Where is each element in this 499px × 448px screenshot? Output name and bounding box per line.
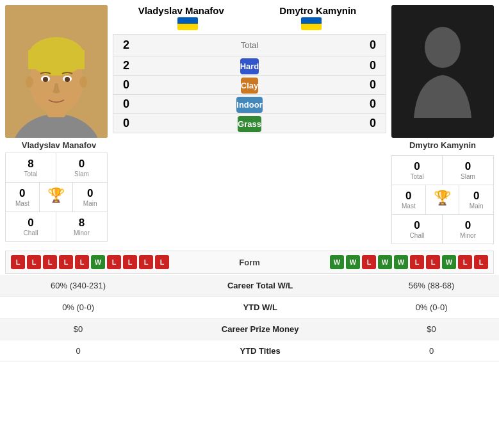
sl-minor: 8 Minor	[56, 212, 107, 241]
titles-right: 0	[364, 340, 499, 362]
form-badge-right-5: L	[410, 255, 424, 269]
total-left-val: 2	[120, 38, 133, 52]
sr-chall-val: 0	[395, 219, 439, 232]
right-player-name-center: Dmytro Kamynin	[250, 5, 387, 16]
sl-row3: 0 Chall 8 Minor	[6, 212, 107, 241]
hard-row: 2 Hard 0	[113, 56, 386, 76]
svg-point-12	[425, 27, 461, 68]
main-layout: Vladyslav Manafov 8 Total 0 Slam 0	[0, 0, 499, 249]
player-right-photo	[391, 5, 494, 138]
grass-row: 0 Grass 0	[113, 114, 386, 133]
flag-right	[301, 17, 322, 30]
page-wrapper: Vladyslav Manafov 8 Total 0 Slam 0	[0, 0, 499, 362]
form-badge-right-3: W	[378, 255, 392, 269]
sl-main: 0 Main	[73, 183, 107, 212]
ytd-wl-row: 0% (0-0) YTD W/L 0% (0-0)	[0, 297, 499, 319]
sl-minor-val: 8	[59, 217, 104, 229]
sr-slam-val: 0	[445, 160, 491, 173]
sl-trophy-cell: 🏆	[40, 183, 74, 212]
grass-right-val: 0	[366, 117, 379, 130]
sl-main-lbl: Main	[74, 200, 106, 207]
sl-total-lbl: Total	[8, 170, 53, 178]
sr-total-val: 0	[395, 160, 439, 173]
form-badge-right-2: L	[362, 255, 376, 269]
hard-right-val: 0	[366, 59, 379, 72]
sl-slam-lbl: Slam	[59, 170, 104, 178]
ytd-wl-right: 0% (0-0)	[364, 297, 499, 319]
sr-main-lbl: Main	[461, 203, 492, 210]
svg-point-8	[43, 77, 48, 82]
ytd-wl-left: 0% (0-0)	[0, 297, 156, 319]
sr-minor-val: 0	[445, 219, 491, 232]
career-wl-left: 60% (340-231)	[0, 275, 156, 297]
form-badge-right-6: L	[426, 255, 440, 269]
sr-row1: 0 Total 0 Slam	[392, 156, 493, 185]
player-left-face-svg	[5, 5, 108, 138]
form-badge-left-2: L	[43, 255, 57, 269]
sl-mast-lbl: Mast	[7, 200, 38, 207]
grass-left-val: 0	[120, 117, 133, 130]
titles-label: YTD Titles	[156, 340, 364, 362]
total-right-val: 0	[366, 38, 379, 52]
sr-total-lbl: Total	[395, 173, 439, 180]
hard-btn-wrap: Hard	[133, 60, 366, 72]
sr-chall: 0 Chall	[392, 215, 443, 244]
form-badge-left-0: L	[11, 255, 25, 269]
svg-point-11	[79, 76, 87, 88]
sr-slam: 0 Slam	[443, 156, 493, 185]
form-badges-right: W W L W W L L W L L	[330, 255, 488, 269]
sl-main-val: 0	[74, 187, 106, 200]
form-label: Form	[233, 258, 266, 267]
player-left-photo	[5, 5, 108, 138]
sr-trophy-cell: 🏆	[426, 185, 460, 214]
clay-btn: Clay	[241, 78, 258, 94]
grass-btn-wrap: Grass	[133, 118, 366, 129]
sr-mast-lbl: Mast	[393, 203, 424, 210]
sl-total: 8 Total	[6, 153, 56, 182]
player-right-column: Dmytro Kamynin 0 Total 0 Slam	[386, 5, 494, 244]
form-badges-left: L L L L L W L L L L	[11, 255, 169, 269]
sr-row2: 0 Mast 🏆 0 Main	[392, 185, 493, 215]
center-data-column: Vladyslav Manafov Dmytro Kamynin 825 Ran…	[113, 5, 386, 244]
player-left-column: Vladyslav Manafov 8 Total 0 Slam 0	[5, 5, 113, 244]
indoor-btn-wrap: Indoor	[133, 99, 366, 110]
sr-minor-lbl: Minor	[445, 232, 491, 239]
career-wl-right: 56% (88-68)	[364, 275, 499, 297]
clay-btn-wrap: Clay	[133, 79, 366, 91]
form-badge-left-7: L	[123, 255, 137, 269]
sr-total: 0 Total	[392, 156, 443, 185]
sl-chall-val: 0	[8, 217, 53, 229]
titles-row: 0 YTD Titles 0	[0, 340, 499, 362]
hard-left-val: 2	[120, 59, 133, 72]
clay-row: 0 Clay 0	[113, 76, 386, 95]
form-badge-left-8: L	[139, 255, 153, 269]
player-right-name: Dmytro Kamynin	[391, 140, 494, 150]
svg-point-9	[65, 77, 70, 82]
form-badge-right-4: W	[394, 255, 408, 269]
sl-total-val: 8	[8, 158, 53, 170]
sl-slam: 0 Slam	[56, 153, 107, 182]
form-badge-left-4: L	[75, 255, 89, 269]
indoor-right-val: 0	[366, 97, 379, 111]
rank-surfaces-block: 825 Rank 2 Total 0	[113, 34, 386, 133]
trophy-icon-right: 🏆	[434, 190, 451, 206]
form-badge-left-1: L	[27, 255, 41, 269]
indoor-btn: Indoor	[236, 97, 262, 113]
sr-chall-lbl: Chall	[395, 232, 439, 239]
career-wl-label: Career Total W/L	[156, 275, 364, 297]
player-left-stat-panel-2: 8 Total 0 Slam 0 Mast 🏆	[5, 153, 108, 242]
ytd-wl-label: YTD W/L	[156, 297, 364, 319]
trophy-icon-left2: 🏆	[47, 187, 65, 203]
form-badge-left-6: L	[107, 255, 121, 269]
form-row: L L L L L W L L L L Form W W L W W L	[6, 251, 493, 273]
sr-row3: 0 Chall 0 Minor	[392, 215, 493, 244]
career-wl-row: 60% (340-231) Career Total W/L 56% (88-6…	[0, 275, 499, 297]
sr-main-val: 0	[461, 190, 492, 203]
sl-chall: 0 Chall	[6, 212, 56, 241]
sl-mast: 0 Mast	[6, 183, 40, 212]
prize-right: $0	[364, 319, 499, 340]
indoor-left-val: 0	[120, 97, 133, 111]
player-left-name: Vladyslav Manafov	[5, 140, 113, 150]
hard-btn: Hard	[240, 58, 259, 74]
flag-left	[177, 17, 198, 30]
